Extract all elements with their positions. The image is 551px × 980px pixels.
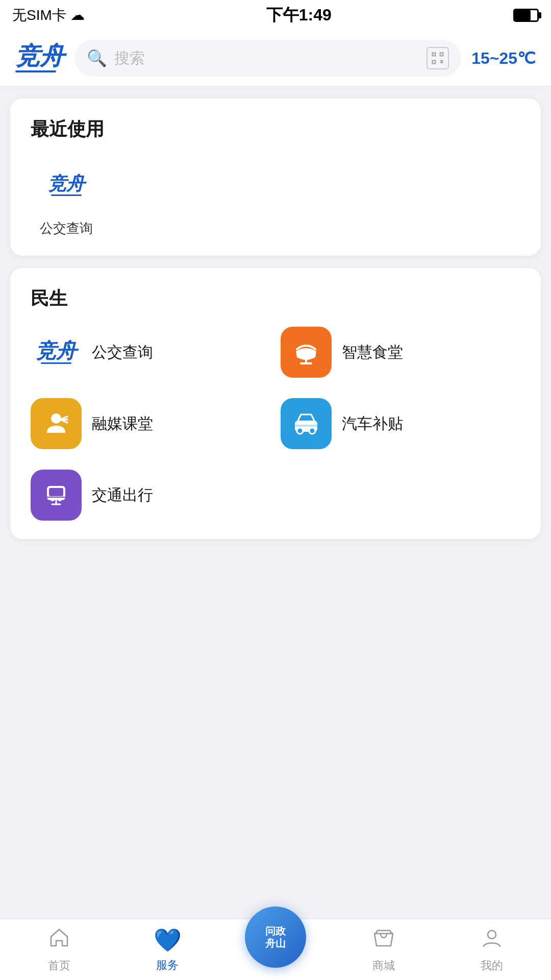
recent-bus-icon: 竞舟 xyxy=(38,157,94,213)
svg-point-13 xyxy=(297,428,303,434)
svg-point-23 xyxy=(488,930,496,939)
battery-fill xyxy=(515,10,531,20)
logo[interactable]: 竞舟 xyxy=(15,44,64,72)
nav-service-label: 服务 xyxy=(156,958,179,973)
service-media-label: 融媒课堂 xyxy=(92,413,153,434)
scan-icon[interactable] xyxy=(427,47,449,69)
bottom-nav: 首页 💙 服务 问政 舟山 商城 我的 xyxy=(0,919,551,980)
recent-card: 最近使用 竞舟 公交查询 xyxy=(10,99,541,256)
svg-rect-20 xyxy=(58,498,61,501)
search-placeholder: 搜索 xyxy=(114,48,419,69)
mine-icon xyxy=(481,926,503,954)
svg-rect-19 xyxy=(51,498,54,501)
nav-service[interactable]: 💙 服务 xyxy=(113,927,221,973)
home-icon xyxy=(48,926,70,954)
recent-title: 最近使用 xyxy=(31,117,520,142)
service-traffic-label: 交通出行 xyxy=(92,485,153,506)
service-canteen-label: 智慧食堂 xyxy=(342,342,403,363)
service-smart-canteen[interactable]: 智慧食堂 xyxy=(281,327,520,378)
svg-point-8 xyxy=(51,413,61,424)
service-media-icon xyxy=(31,398,82,449)
svg-rect-17 xyxy=(49,488,63,496)
nav-center[interactable]: 问政 舟山 xyxy=(221,932,330,968)
svg-rect-15 xyxy=(295,425,317,427)
nav-center-btn[interactable]: 问政 舟山 xyxy=(245,906,306,968)
service-bus-label: 公交查询 xyxy=(92,342,153,363)
search-icon: 🔍 xyxy=(87,48,107,68)
nav-shop[interactable]: 商城 xyxy=(330,926,438,973)
services-card: 民生 竞舟 公交查询 xyxy=(10,268,541,539)
weather: 15~25℃ xyxy=(471,48,536,68)
main-content: 最近使用 竞舟 公交查询 民生 竞舟 公交查询 xyxy=(0,86,551,551)
nav-shop-label: 商城 xyxy=(372,958,395,973)
shop-icon xyxy=(372,926,395,954)
service-bus-query[interactable]: 竞舟 公交查询 xyxy=(31,327,270,378)
service-car-icon xyxy=(281,398,332,449)
header: 竞舟 🔍 搜索 15~25℃ xyxy=(0,31,551,86)
nav-home[interactable]: 首页 xyxy=(5,926,113,973)
status-right xyxy=(513,9,539,22)
center-line1: 问政 xyxy=(265,925,286,937)
service-car-subsidy[interactable]: 汽车补贴 xyxy=(281,398,520,449)
heart-icon: 💙 xyxy=(154,927,182,953)
service-media-class[interactable]: 融媒课堂 xyxy=(31,398,270,449)
service-traffic-icon xyxy=(31,470,82,521)
service-grid: 竞舟 公交查询 智慧食堂 xyxy=(31,327,520,521)
center-line2: 舟山 xyxy=(265,937,286,949)
service-canteen-icon xyxy=(281,327,332,378)
search-bar[interactable]: 🔍 搜索 xyxy=(74,40,461,77)
svg-rect-0 xyxy=(433,53,436,56)
nav-mine-label: 我的 xyxy=(481,958,503,973)
logo-underline xyxy=(15,70,56,72)
recent-bus-logo-line xyxy=(51,194,82,196)
battery-icon xyxy=(513,9,539,22)
svg-rect-2 xyxy=(433,61,436,64)
service-traffic[interactable]: 交通出行 xyxy=(31,470,270,521)
logo-text: 竞舟 xyxy=(15,44,64,68)
svg-point-14 xyxy=(309,428,315,434)
svg-rect-1 xyxy=(440,53,443,56)
recent-bus-label: 公交查询 xyxy=(40,219,93,237)
status-left: 无SIM卡 ☁ xyxy=(12,6,85,25)
service-car-label: 汽车补贴 xyxy=(342,413,403,434)
nav-mine[interactable]: 我的 xyxy=(438,926,546,973)
recent-bus-item[interactable]: 竞舟 公交查询 xyxy=(31,157,102,237)
recent-bus-logo: 竞舟 xyxy=(48,175,85,193)
nav-home-label: 首页 xyxy=(48,958,70,973)
service-bus-icon: 竞舟 xyxy=(31,327,82,378)
status-bar: 无SIM卡 ☁ 下午1:49 xyxy=(0,0,551,31)
status-time: 下午1:49 xyxy=(266,4,332,27)
services-title: 民生 xyxy=(31,286,520,311)
